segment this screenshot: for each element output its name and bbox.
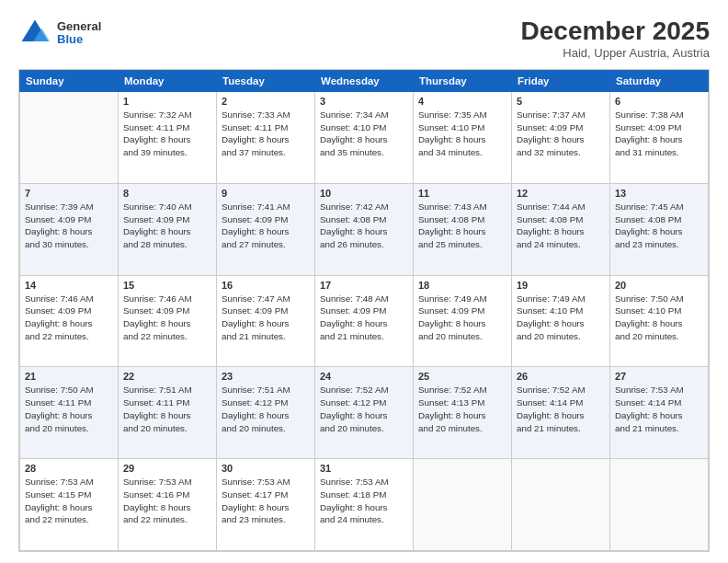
day-number: 26 <box>517 371 605 382</box>
day-detail: Sunrise: 7:47 AM Sunset: 4:09 PM Dayligh… <box>222 293 310 343</box>
day-detail: Sunrise: 7:50 AM Sunset: 4:11 PM Dayligh… <box>25 384 113 434</box>
calendar-cell: 26Sunrise: 7:52 AM Sunset: 4:14 PM Dayli… <box>512 367 610 459</box>
day-number: 16 <box>222 280 310 291</box>
header-day-thursday: Thursday <box>414 71 512 92</box>
day-detail: Sunrise: 7:35 AM Sunset: 4:10 PM Dayligh… <box>418 109 506 159</box>
day-number: 14 <box>25 280 113 291</box>
calendar-cell: 20Sunrise: 7:50 AM Sunset: 4:10 PM Dayli… <box>610 275 709 367</box>
header-day-wednesday: Wednesday <box>315 71 414 92</box>
calendar-cell: 5Sunrise: 7:37 AM Sunset: 4:09 PM Daylig… <box>512 92 610 184</box>
calendar-cell: 15Sunrise: 7:46 AM Sunset: 4:09 PM Dayli… <box>119 275 217 367</box>
calendar-cell: 29Sunrise: 7:53 AM Sunset: 4:16 PM Dayli… <box>119 459 217 551</box>
page: General Blue December 2025 Haid, Upper A… <box>0 0 728 563</box>
day-detail: Sunrise: 7:53 AM Sunset: 4:18 PM Dayligh… <box>320 476 408 526</box>
day-detail: Sunrise: 7:49 AM Sunset: 4:09 PM Dayligh… <box>418 293 506 343</box>
header-day-saturday: Saturday <box>610 71 709 92</box>
calendar-week-3: 21Sunrise: 7:50 AM Sunset: 4:11 PM Dayli… <box>20 367 709 459</box>
calendar-cell <box>512 459 610 551</box>
day-number: 3 <box>320 96 408 107</box>
logo-text: General Blue <box>57 20 101 47</box>
header-row: SundayMondayTuesdayWednesdayThursdayFrid… <box>20 71 709 92</box>
day-detail: Sunrise: 7:53 AM Sunset: 4:16 PM Dayligh… <box>123 476 211 526</box>
day-number: 25 <box>418 371 506 382</box>
logo-blue: Blue <box>57 33 101 46</box>
day-detail: Sunrise: 7:49 AM Sunset: 4:10 PM Dayligh… <box>517 293 605 343</box>
day-detail: Sunrise: 7:48 AM Sunset: 4:09 PM Dayligh… <box>320 293 408 343</box>
calendar-cell: 9Sunrise: 7:41 AM Sunset: 4:09 PM Daylig… <box>217 183 315 275</box>
header: General Blue December 2025 Haid, Upper A… <box>18 17 710 60</box>
day-number: 9 <box>222 188 310 199</box>
calendar-cell: 17Sunrise: 7:48 AM Sunset: 4:09 PM Dayli… <box>315 275 414 367</box>
day-detail: Sunrise: 7:32 AM Sunset: 4:11 PM Dayligh… <box>123 109 211 159</box>
day-number: 18 <box>418 280 506 291</box>
header-day-sunday: Sunday <box>20 71 119 92</box>
day-number: 24 <box>320 371 408 382</box>
day-number: 22 <box>123 371 211 382</box>
day-detail: Sunrise: 7:50 AM Sunset: 4:10 PM Dayligh… <box>615 293 703 343</box>
calendar-body: 1Sunrise: 7:32 AM Sunset: 4:11 PM Daylig… <box>20 92 709 551</box>
header-day-monday: Monday <box>119 71 217 92</box>
day-number: 6 <box>615 96 703 107</box>
day-number: 27 <box>615 371 703 382</box>
day-number: 15 <box>123 280 211 291</box>
calendar-cell: 4Sunrise: 7:35 AM Sunset: 4:10 PM Daylig… <box>414 92 512 184</box>
day-number: 1 <box>123 96 211 107</box>
day-number: 28 <box>25 463 113 474</box>
calendar-cell: 25Sunrise: 7:52 AM Sunset: 4:13 PM Dayli… <box>414 367 512 459</box>
calendar-header: SundayMondayTuesdayWednesdayThursdayFrid… <box>20 71 709 92</box>
calendar-week-2: 14Sunrise: 7:46 AM Sunset: 4:09 PM Dayli… <box>20 275 709 367</box>
calendar-cell: 22Sunrise: 7:51 AM Sunset: 4:11 PM Dayli… <box>119 367 217 459</box>
day-detail: Sunrise: 7:33 AM Sunset: 4:11 PM Dayligh… <box>222 109 310 159</box>
subtitle: Haid, Upper Austria, Austria <box>521 46 710 60</box>
day-detail: Sunrise: 7:38 AM Sunset: 4:09 PM Dayligh… <box>615 109 703 159</box>
calendar-cell: 28Sunrise: 7:53 AM Sunset: 4:15 PM Dayli… <box>20 459 119 551</box>
calendar-cell: 1Sunrise: 7:32 AM Sunset: 4:11 PM Daylig… <box>119 92 217 184</box>
day-number: 21 <box>25 371 113 382</box>
day-detail: Sunrise: 7:40 AM Sunset: 4:09 PM Dayligh… <box>123 201 211 251</box>
calendar-cell: 6Sunrise: 7:38 AM Sunset: 4:09 PM Daylig… <box>610 92 709 184</box>
day-detail: Sunrise: 7:37 AM Sunset: 4:09 PM Dayligh… <box>517 109 605 159</box>
day-number: 8 <box>123 188 211 199</box>
calendar-cell: 14Sunrise: 7:46 AM Sunset: 4:09 PM Dayli… <box>20 275 119 367</box>
day-detail: Sunrise: 7:52 AM Sunset: 4:14 PM Dayligh… <box>517 384 605 434</box>
day-number: 30 <box>222 463 310 474</box>
header-day-tuesday: Tuesday <box>217 71 315 92</box>
day-detail: Sunrise: 7:46 AM Sunset: 4:09 PM Dayligh… <box>123 293 211 343</box>
calendar-cell <box>610 459 709 551</box>
day-number: 17 <box>320 280 408 291</box>
calendar-cell: 19Sunrise: 7:49 AM Sunset: 4:10 PM Dayli… <box>512 275 610 367</box>
day-detail: Sunrise: 7:52 AM Sunset: 4:13 PM Dayligh… <box>418 384 506 434</box>
main-title: December 2025 <box>521 17 710 46</box>
day-detail: Sunrise: 7:41 AM Sunset: 4:09 PM Dayligh… <box>222 201 310 251</box>
calendar-cell: 30Sunrise: 7:53 AM Sunset: 4:17 PM Dayli… <box>217 459 315 551</box>
calendar-cell: 11Sunrise: 7:43 AM Sunset: 4:08 PM Dayli… <box>414 183 512 275</box>
calendar-cell: 21Sunrise: 7:50 AM Sunset: 4:11 PM Dayli… <box>20 367 119 459</box>
day-detail: Sunrise: 7:51 AM Sunset: 4:11 PM Dayligh… <box>123 384 211 434</box>
calendar-cell: 2Sunrise: 7:33 AM Sunset: 4:11 PM Daylig… <box>217 92 315 184</box>
calendar-cell <box>414 459 512 551</box>
calendar-cell: 12Sunrise: 7:44 AM Sunset: 4:08 PM Dayli… <box>512 183 610 275</box>
day-detail: Sunrise: 7:42 AM Sunset: 4:08 PM Dayligh… <box>320 201 408 251</box>
day-number: 29 <box>123 463 211 474</box>
calendar-cell: 13Sunrise: 7:45 AM Sunset: 4:08 PM Dayli… <box>610 183 709 275</box>
day-detail: Sunrise: 7:44 AM Sunset: 4:08 PM Dayligh… <box>517 201 605 251</box>
calendar-cell: 7Sunrise: 7:39 AM Sunset: 4:09 PM Daylig… <box>20 183 119 275</box>
day-number: 12 <box>517 188 605 199</box>
calendar-cell: 8Sunrise: 7:40 AM Sunset: 4:09 PM Daylig… <box>119 183 217 275</box>
day-number: 11 <box>418 188 506 199</box>
logo-icon <box>18 17 51 50</box>
day-number: 10 <box>320 188 408 199</box>
day-detail: Sunrise: 7:43 AM Sunset: 4:08 PM Dayligh… <box>418 201 506 251</box>
day-detail: Sunrise: 7:53 AM Sunset: 4:15 PM Dayligh… <box>25 476 113 526</box>
day-detail: Sunrise: 7:51 AM Sunset: 4:12 PM Dayligh… <box>222 384 310 434</box>
day-number: 4 <box>418 96 506 107</box>
day-detail: Sunrise: 7:52 AM Sunset: 4:12 PM Dayligh… <box>320 384 408 434</box>
calendar-cell: 18Sunrise: 7:49 AM Sunset: 4:09 PM Dayli… <box>414 275 512 367</box>
calendar-cell <box>20 92 119 184</box>
day-number: 5 <box>517 96 605 107</box>
day-detail: Sunrise: 7:34 AM Sunset: 4:10 PM Dayligh… <box>320 109 408 159</box>
calendar-cell: 10Sunrise: 7:42 AM Sunset: 4:08 PM Dayli… <box>315 183 414 275</box>
calendar-cell: 27Sunrise: 7:53 AM Sunset: 4:14 PM Dayli… <box>610 367 709 459</box>
day-number: 2 <box>222 96 310 107</box>
day-detail: Sunrise: 7:46 AM Sunset: 4:09 PM Dayligh… <box>25 293 113 343</box>
